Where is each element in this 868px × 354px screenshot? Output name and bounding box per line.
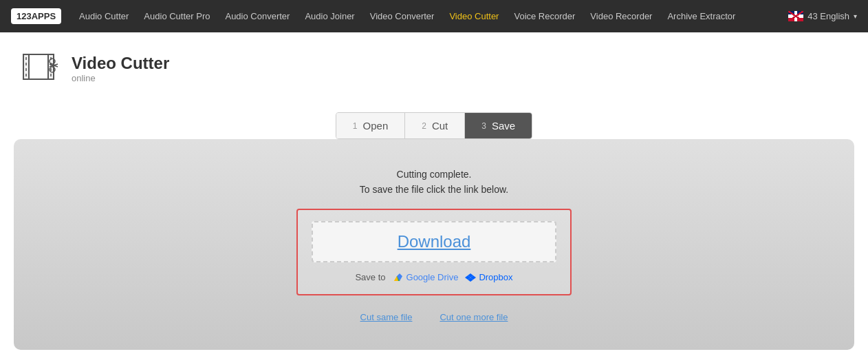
nav-audio-cutter[interactable]: Audio Cutter (74, 11, 134, 21)
nav-archive-extractor[interactable]: Archive Extractor (662, 11, 741, 21)
step-2-num: 2 (422, 121, 426, 131)
logo[interactable]: 123APPS (11, 8, 61, 24)
download-button[interactable]: Download (312, 221, 556, 262)
save-to-label: Save to (355, 272, 385, 282)
step-3-label: Save (492, 120, 515, 132)
dropbox-link[interactable]: Dropbox (465, 272, 512, 283)
app-title-block: Video Cutter online (72, 54, 169, 83)
cutting-complete-text: Cutting complete. To save the file click… (360, 167, 508, 198)
step-save[interactable]: 3 Save (465, 113, 532, 138)
step-1-label: Open (363, 120, 389, 132)
bottom-links: Cut same file Cut one more file (360, 312, 508, 322)
navbar: 123APPS Audio Cutter Audio Cutter Pro Au… (0, 0, 868, 32)
main-area: Cutting complete. To save the file click… (14, 139, 854, 350)
steps-container: 1 Open 2 Cut 3 Save (0, 112, 868, 139)
flag-icon (788, 11, 803, 21)
step-3-num: 3 (481, 121, 486, 131)
google-drive-icon (393, 272, 404, 283)
cut-same-file-link[interactable]: Cut same file (360, 312, 413, 322)
page-header: Video Cutter online (0, 32, 868, 98)
steps: 1 Open 2 Cut 3 Save (336, 112, 532, 139)
chevron-down-icon: ▾ (854, 12, 857, 20)
nav-audio-converter[interactable]: Audio Converter (219, 11, 295, 21)
save-to-row: Save to Google Drive (355, 272, 512, 283)
app-subtitle: online (72, 73, 169, 83)
dropbox-label: Dropbox (479, 272, 512, 282)
nav-video-recorder[interactable]: Video Recorder (585, 11, 658, 21)
language-label: 43 English (807, 11, 849, 21)
app-logo-icon (22, 49, 61, 87)
step-cut[interactable]: 2 Cut (405, 113, 465, 138)
dropbox-icon (465, 272, 476, 283)
download-box: Download Save to Google Drive (296, 209, 572, 295)
nav-audio-cutter-pro[interactable]: Audio Cutter Pro (138, 11, 215, 21)
app-title: Video Cutter (72, 54, 169, 73)
step-1-num: 1 (353, 121, 358, 131)
cut-one-more-link[interactable]: Cut one more file (440, 312, 508, 322)
google-drive-link[interactable]: Google Drive (393, 272, 459, 283)
nav-audio-joiner[interactable]: Audio Joiner (299, 11, 360, 21)
cutting-complete-line2: To save the file click the link below. (360, 182, 508, 197)
step-2-label: Cut (432, 120, 448, 132)
step-open[interactable]: 1 Open (336, 113, 405, 138)
google-drive-label: Google Drive (406, 272, 459, 282)
cutting-complete-line1: Cutting complete. (360, 167, 508, 182)
nav-video-converter[interactable]: Video Converter (365, 11, 440, 21)
nav-voice-recorder[interactable]: Voice Recorder (508, 11, 581, 21)
nav-video-cutter[interactable]: Video Cutter (444, 11, 504, 21)
language-selector[interactable]: 43 English ▾ (788, 11, 857, 21)
download-link[interactable]: Download (398, 232, 471, 251)
